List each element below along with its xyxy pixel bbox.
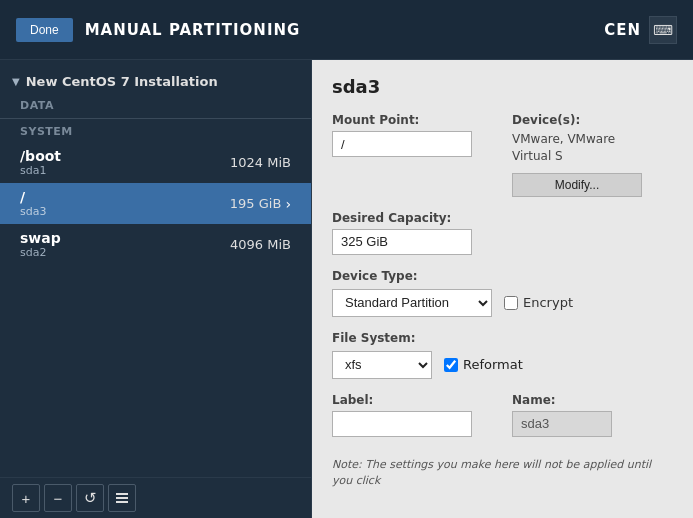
label-input[interactable]	[332, 411, 472, 437]
bottom-toolbar: + − ↺	[0, 477, 311, 518]
name-input	[512, 411, 612, 437]
install-title-label: New CentOS 7 Installation	[26, 74, 218, 89]
section-divider	[0, 118, 311, 119]
install-title: ▼ New CentOS 7 Installation	[0, 68, 311, 95]
refresh-button[interactable]: ↺	[76, 484, 104, 512]
partition-name-swap: swap	[20, 230, 222, 246]
settings-icon	[115, 491, 129, 505]
add-partition-button[interactable]: +	[12, 484, 40, 512]
label-name-row: Label: Name:	[332, 393, 673, 437]
partition-dev-boot: sda1	[20, 164, 222, 177]
header-right-title: CEN	[604, 21, 641, 39]
partition-item-swap[interactable]: swap sda2 4096 MiB	[0, 224, 311, 265]
file-system-select[interactable]: xfs ext4 ext3 ext2 btrfs swap vfat	[332, 351, 432, 379]
partition-info-swap: swap sda2	[20, 230, 222, 259]
right-panel-title: sda3	[332, 76, 673, 97]
encrypt-checkbox[interactable]	[504, 296, 518, 310]
device-type-group: Device Type:	[332, 269, 673, 283]
desired-capacity-input[interactable]	[332, 229, 472, 255]
modify-button[interactable]: Modify...	[512, 173, 642, 197]
device-type-select[interactable]: Standard Partition LVM LVM Thin Provisio…	[332, 289, 492, 317]
mount-point-input[interactable]	[332, 131, 472, 157]
device-type-label: Device Type:	[332, 269, 673, 283]
section-label-data: DATA	[0, 95, 311, 116]
settings-button[interactable]	[108, 484, 136, 512]
page-title: MANUAL PARTITIONING	[85, 21, 605, 39]
label-label: Label:	[332, 393, 472, 407]
chevron-down-icon: ▼	[12, 76, 20, 87]
devices-label: Device(s):	[512, 113, 642, 127]
section-label-system: SYSTEM	[0, 121, 311, 142]
partition-list: ▼ New CentOS 7 Installation DATA SYSTEM …	[0, 60, 311, 477]
desired-capacity-group: Desired Capacity:	[332, 211, 472, 255]
partition-item-root[interactable]: / sda3 195 GiB ›	[0, 183, 311, 224]
done-button[interactable]: Done	[16, 18, 73, 42]
desired-capacity-row: Desired Capacity:	[332, 211, 673, 255]
reformat-group: Reformat	[444, 357, 523, 372]
partition-dev-root: sda3	[20, 205, 222, 218]
device-type-row: Standard Partition LVM LVM Thin Provisio…	[332, 289, 673, 317]
devices-value: VMware, VMware Virtual S	[512, 131, 642, 165]
remove-partition-button[interactable]: −	[44, 484, 72, 512]
file-system-row: xfs ext4 ext3 ext2 btrfs swap vfat Refor…	[332, 351, 673, 379]
right-panel: sda3 Mount Point: Device(s): VMware, VMw…	[312, 60, 693, 518]
partition-dev-swap: sda2	[20, 246, 222, 259]
header: Done MANUAL PARTITIONING CEN ⌨	[0, 0, 693, 60]
header-right: CEN ⌨	[604, 16, 677, 44]
partition-name-boot: /boot	[20, 148, 222, 164]
mount-point-devices-row: Mount Point: Device(s): VMware, VMware V…	[332, 113, 673, 197]
file-system-label: File System:	[332, 331, 673, 345]
mount-point-label: Mount Point:	[332, 113, 472, 127]
partition-size-boot: 1024 MiB	[230, 155, 291, 170]
reformat-label: Reformat	[463, 357, 523, 372]
reformat-checkbox[interactable]	[444, 358, 458, 372]
partition-item-boot[interactable]: /boot sda1 1024 MiB	[0, 142, 311, 183]
main-layout: ▼ New CentOS 7 Installation DATA SYSTEM …	[0, 60, 693, 518]
partition-size-root: 195 GiB	[230, 196, 282, 211]
partition-info-boot: /boot sda1	[20, 148, 222, 177]
file-system-group: File System:	[332, 331, 673, 345]
partition-name-root: /	[20, 189, 222, 205]
encrypt-label: Encrypt	[523, 295, 573, 310]
arrow-right-icon: ›	[285, 196, 291, 212]
partition-size-swap: 4096 MiB	[230, 237, 291, 252]
partition-info-root: / sda3	[20, 189, 222, 218]
name-label: Name:	[512, 393, 612, 407]
desired-capacity-label: Desired Capacity:	[332, 211, 472, 225]
note-text: Note: The settings you make here will no…	[332, 457, 673, 490]
left-panel: ▼ New CentOS 7 Installation DATA SYSTEM …	[0, 60, 312, 518]
label-group: Label:	[332, 393, 472, 437]
svg-rect-1	[116, 497, 128, 499]
keyboard-icon-button[interactable]: ⌨	[649, 16, 677, 44]
encrypt-group: Encrypt	[504, 295, 573, 310]
name-group: Name:	[512, 393, 612, 437]
devices-group: Device(s): VMware, VMware Virtual S Modi…	[512, 113, 642, 197]
mount-point-group: Mount Point:	[332, 113, 472, 157]
svg-rect-2	[116, 501, 128, 503]
svg-rect-0	[116, 493, 128, 495]
